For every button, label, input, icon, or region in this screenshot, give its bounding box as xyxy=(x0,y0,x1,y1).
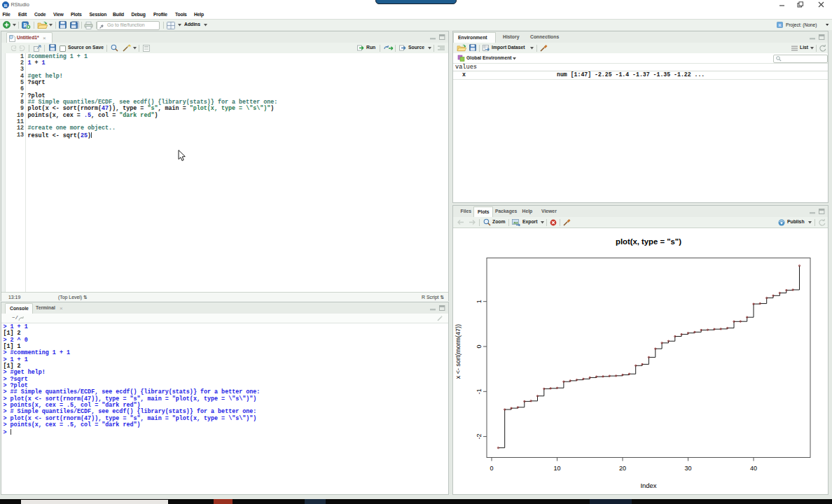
svg-text:Index: Index xyxy=(640,482,656,489)
svg-text:-1: -1 xyxy=(476,388,483,394)
svg-text:20: 20 xyxy=(619,465,626,472)
svg-text:1: 1 xyxy=(476,300,483,303)
svg-text:30: 30 xyxy=(684,465,691,472)
svg-text:-2: -2 xyxy=(476,434,483,440)
svg-text:0: 0 xyxy=(476,344,483,348)
svg-text:10: 10 xyxy=(553,465,560,472)
svg-text:40: 40 xyxy=(750,465,757,472)
svg-text:0: 0 xyxy=(490,465,493,472)
svg-text:x <- sort(rnorm(47)): x <- sort(rnorm(47)) xyxy=(455,324,462,379)
svg-text:plot(x, type = "s"): plot(x, type = "s") xyxy=(616,237,681,246)
